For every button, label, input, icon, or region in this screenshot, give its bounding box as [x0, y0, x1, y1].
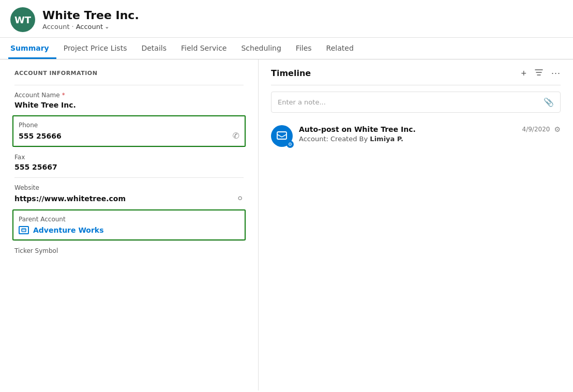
- website-label: Website: [14, 184, 244, 191]
- nav-tabs: Summary Project Price Lists Details Fiel…: [0, 38, 573, 59]
- note-placeholder: Enter a note...: [278, 98, 326, 106]
- tab-details[interactable]: Details: [134, 38, 174, 59]
- timeline-note-input[interactable]: Enter a note... 📎: [271, 92, 561, 113]
- timeline-item: ⚙ Auto-post on White Tree Inc. 4/9/2020 …: [271, 121, 561, 151]
- ticker-symbol-field: Ticker Symbol: [14, 240, 244, 263]
- timeline-item-avatar: ⚙: [271, 125, 293, 147]
- timeline-more-button[interactable]: ···: [551, 68, 561, 79]
- phone-row: 555 25666 ✆: [19, 131, 239, 141]
- parent-account-field: Parent Account Adventure Works: [12, 209, 246, 240]
- tab-files[interactable]: Files: [289, 38, 319, 59]
- breadcrumb-type-link[interactable]: Account ⌄: [76, 23, 110, 31]
- right-panel: Timeline + ··· Enter a note... 📎: [259, 59, 573, 390]
- main-content: ACCOUNT INFORMATION Account Name * White…: [0, 59, 573, 390]
- website-row: https://www.whitetree.com ⚪: [14, 193, 244, 203]
- breadcrumb-prefix: Account: [42, 23, 70, 31]
- header-info: White Tree Inc. Account · Account ⌄: [42, 9, 139, 31]
- left-panel: ACCOUNT INFORMATION Account Name * White…: [0, 59, 259, 390]
- timeline-title: Timeline: [271, 68, 311, 78]
- phone-field: Phone 555 25666 ✆: [12, 115, 246, 147]
- tab-scheduling[interactable]: Scheduling: [234, 38, 288, 59]
- timeline-settings-icon[interactable]: ⚙: [554, 125, 561, 133]
- fax-value[interactable]: 555 25667: [14, 163, 244, 171]
- website-value[interactable]: https://www.whitetree.com: [14, 194, 126, 203]
- website-field: Website https://www.whitetree.com ⚪: [14, 177, 244, 209]
- paperclip-icon: 📎: [544, 97, 554, 107]
- timeline-item-header-row: Auto-post on White Tree Inc. 4/9/2020 ⚙: [299, 125, 561, 133]
- timeline-item-body: Account: Created By Limiya P.: [299, 135, 561, 143]
- parent-account-value[interactable]: Adventure Works: [33, 226, 104, 234]
- fax-label: Fax: [14, 154, 244, 161]
- account-name-field: Account Name * White Tree Inc.: [14, 85, 244, 115]
- tab-related[interactable]: Related: [319, 38, 361, 59]
- tab-field-service[interactable]: Field Service: [174, 38, 234, 59]
- account-name-value[interactable]: White Tree Inc.: [14, 101, 244, 109]
- section-title: ACCOUNT INFORMATION: [14, 70, 244, 77]
- timeline-add-button[interactable]: +: [521, 69, 526, 78]
- avatar: WT: [10, 7, 35, 32]
- breadcrumb: Account · Account ⌄: [42, 23, 139, 31]
- company-title: White Tree Inc.: [42, 9, 139, 22]
- ticker-symbol-label: Ticker Symbol: [14, 247, 244, 254]
- globe-icon: ⚪: [237, 193, 244, 203]
- fax-field: Fax 555 25667: [14, 147, 244, 177]
- chevron-down-icon: ⌄: [104, 23, 109, 30]
- gear-overlay-icon: ⚙: [286, 141, 294, 148]
- timeline-item-title: Auto-post on White Tree Inc.: [299, 125, 416, 133]
- timeline-item-date: 4/9/2020: [522, 126, 550, 133]
- timeline-item-date-row: 4/9/2020 ⚙: [522, 125, 561, 133]
- tab-project-price-lists[interactable]: Project Price Lists: [56, 38, 134, 59]
- parent-account-value-row: Adventure Works: [19, 226, 239, 234]
- phone-value[interactable]: 555 25666: [19, 132, 62, 140]
- required-asterisk: *: [62, 92, 65, 99]
- timeline-actions: + ···: [521, 68, 561, 79]
- timeline-item-content: Auto-post on White Tree Inc. 4/9/2020 ⚙ …: [299, 125, 561, 143]
- phone-icon[interactable]: ✆: [233, 131, 239, 141]
- timeline-header: Timeline + ···: [271, 68, 561, 85]
- phone-label: Phone: [19, 122, 239, 129]
- account-name-label: Account Name *: [14, 92, 244, 99]
- timeline-filter-button[interactable]: [535, 68, 543, 79]
- parent-account-label: Parent Account: [19, 216, 239, 223]
- tab-summary[interactable]: Summary: [8, 38, 56, 59]
- account-link-icon: [19, 226, 29, 234]
- header: WT White Tree Inc. Account · Account ⌄: [0, 0, 573, 38]
